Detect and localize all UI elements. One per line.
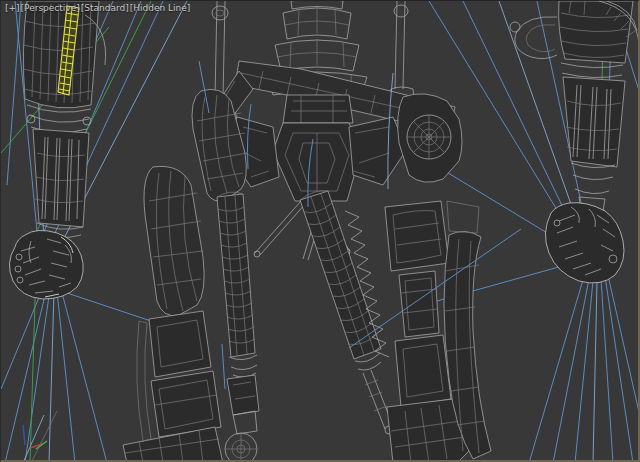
left-elbow — [27, 105, 91, 133]
center-mech[interactable] — [123, 1, 491, 460]
axis-gizmo — [23, 425, 47, 449]
viewport-shading-menu[interactable]: [Hidden Line] — [130, 3, 191, 13]
right-arm[interactable] — [510, 1, 638, 283]
viewport-window: [+][Perspective][Standard][Hidden Line] — [0, 0, 640, 462]
left-forearm — [33, 129, 89, 238]
left-leg — [123, 166, 223, 460]
viewport-render-preset-menu[interactable]: [Standard] — [81, 3, 129, 13]
left-arm[interactable] — [9, 1, 105, 299]
torso-block — [283, 95, 353, 123]
left-fist — [9, 230, 83, 299]
right-fist — [545, 203, 624, 283]
right-forearm — [563, 77, 625, 167]
viewport-pov-menu[interactable]: [Perspective] — [21, 3, 80, 13]
pelvis — [225, 117, 407, 201]
right-leg — [385, 201, 491, 460]
left-thigh-cylinder — [217, 192, 259, 460]
right-thigh-cylinder — [300, 191, 393, 434]
viewport-canvas[interactable] — [1, 1, 638, 460]
viewport-general-menu[interactable]: [+] — [5, 3, 20, 13]
viewport-label: [+][Perspective][Standard][Hidden Line] — [5, 3, 191, 13]
spline-fan-right-hand[interactable] — [529, 271, 638, 460]
